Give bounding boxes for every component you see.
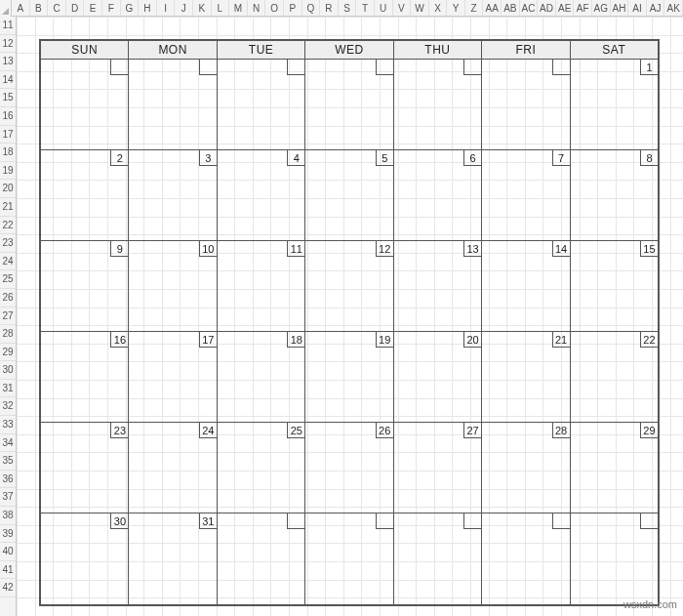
row-header[interactable]: 34: [0, 434, 16, 453]
calendar-day-cell[interactable]: 21: [482, 332, 570, 422]
column-header[interactable]: J: [175, 0, 193, 16]
calendar-day-cell[interactable]: 22: [571, 332, 658, 422]
row-header[interactable]: 28: [0, 325, 16, 344]
select-all-corner[interactable]: [0, 0, 12, 17]
column-header[interactable]: Z: [465, 0, 484, 16]
row-header[interactable]: 40: [0, 543, 16, 561]
row-header[interactable]: 39: [0, 525, 16, 544]
calendar-day-cell[interactable]: [41, 60, 129, 149]
calendar-day-cell[interactable]: 6: [394, 150, 482, 240]
column-header[interactable]: P: [284, 0, 302, 16]
calendar-day-cell[interactable]: 13: [394, 241, 482, 331]
row-header[interactable]: 25: [0, 270, 16, 289]
calendar-day-cell[interactable]: 3: [129, 150, 217, 240]
calendar-day-cell[interactable]: 30: [41, 513, 129, 604]
row-header[interactable]: 19: [0, 162, 16, 181]
row-header[interactable]: 42: [0, 579, 16, 597]
calendar-day-cell[interactable]: [305, 513, 393, 604]
calendar-day-cell[interactable]: 1: [571, 60, 658, 149]
calendar-day-cell[interactable]: 19: [305, 332, 393, 422]
calendar-day-cell[interactable]: [482, 513, 570, 604]
calendar-day-cell[interactable]: [218, 513, 305, 604]
column-header[interactable]: B: [30, 0, 49, 16]
column-header[interactable]: U: [375, 0, 393, 16]
row-header[interactable]: 30: [0, 361, 16, 380]
row-header[interactable]: 41: [0, 561, 16, 580]
column-header[interactable]: G: [121, 0, 140, 16]
calendar-day-cell[interactable]: 5: [305, 150, 393, 240]
row-header[interactable]: 38: [0, 507, 16, 525]
calendar-day-cell[interactable]: [218, 60, 305, 149]
column-header[interactable]: D: [66, 0, 85, 16]
row-header[interactable]: 31: [0, 380, 16, 398]
calendar-day-cell[interactable]: [305, 60, 393, 149]
column-header[interactable]: S: [339, 0, 357, 16]
calendar-day-cell[interactable]: 25: [218, 423, 305, 513]
column-header[interactable]: I: [157, 0, 176, 16]
row-header[interactable]: 27: [0, 308, 16, 326]
column-header[interactable]: AE: [556, 0, 575, 16]
calendar-day-cell[interactable]: 20: [394, 332, 482, 422]
row-header[interactable]: 13: [0, 53, 16, 71]
row-header[interactable]: 23: [0, 234, 16, 253]
row-header[interactable]: 12: [0, 35, 16, 54]
calendar-day-cell[interactable]: 24: [129, 423, 217, 513]
column-header[interactable]: V: [393, 0, 412, 16]
calendar-day-cell[interactable]: [129, 60, 217, 149]
spreadsheet-grid[interactable]: ABCDEFGHIJKLMNOPQRSTUVWXYZAAABACADAEAFAG…: [0, 0, 683, 616]
calendar-day-cell[interactable]: 10: [129, 241, 217, 331]
row-header[interactable]: 26: [0, 289, 16, 308]
calendar-day-cell[interactable]: 15: [571, 241, 658, 331]
row-header[interactable]: 24: [0, 253, 16, 271]
row-header[interactable]: 32: [0, 397, 16, 416]
calendar-day-cell[interactable]: 23: [41, 423, 129, 513]
row-header[interactable]: 36: [0, 471, 16, 489]
calendar-day-cell[interactable]: 4: [218, 150, 305, 240]
calendar-day-cell[interactable]: 12: [305, 241, 393, 331]
row-header[interactable]: 33: [0, 416, 16, 434]
row-header[interactable]: 14: [0, 71, 16, 90]
calendar-day-cell[interactable]: [482, 60, 570, 149]
column-header[interactable]: AK: [664, 0, 683, 16]
column-header[interactable]: M: [229, 0, 248, 16]
column-header[interactable]: A: [12, 0, 30, 16]
calendar-day-cell[interactable]: 7: [482, 150, 570, 240]
column-header[interactable]: L: [212, 0, 230, 16]
calendar-day-cell[interactable]: 14: [482, 241, 570, 331]
row-header[interactable]: 35: [0, 452, 16, 471]
column-header[interactable]: T: [356, 0, 375, 16]
row-header[interactable]: 20: [0, 180, 16, 198]
column-header[interactable]: AG: [592, 0, 611, 16]
calendar-day-cell[interactable]: 26: [305, 423, 393, 513]
row-header[interactable]: 17: [0, 126, 16, 144]
row-header[interactable]: 29: [0, 344, 16, 362]
column-header[interactable]: AD: [538, 0, 556, 16]
column-header[interactable]: Y: [447, 0, 465, 16]
calendar-day-cell[interactable]: 18: [218, 332, 305, 422]
calendar-day-cell[interactable]: 9: [41, 241, 129, 331]
calendar-day-cell[interactable]: [394, 60, 482, 149]
row-header[interactable]: 21: [0, 198, 16, 217]
column-header[interactable]: AC: [520, 0, 539, 16]
column-header[interactable]: AI: [628, 0, 647, 16]
row-header[interactable]: 37: [0, 488, 16, 507]
row-header[interactable]: 22: [0, 217, 16, 235]
column-header[interactable]: H: [139, 0, 157, 16]
column-header[interactable]: E: [84, 0, 102, 16]
calendar-day-cell[interactable]: [394, 513, 482, 604]
calendar-day-cell[interactable]: 27: [394, 423, 482, 513]
column-header[interactable]: O: [265, 0, 284, 16]
column-header[interactable]: R: [320, 0, 339, 16]
column-header[interactable]: K: [193, 0, 212, 16]
column-header[interactable]: C: [48, 0, 66, 16]
column-header[interactable]: AA: [483, 0, 502, 16]
calendar-day-cell[interactable]: 17: [129, 332, 217, 422]
calendar-day-cell[interactable]: 11: [218, 241, 305, 331]
calendar-day-cell[interactable]: 16: [41, 332, 129, 422]
row-header[interactable]: 11: [0, 17, 16, 35]
column-header[interactable]: W: [411, 0, 429, 16]
column-header[interactable]: AB: [502, 0, 520, 16]
row-header[interactable]: 16: [0, 107, 16, 126]
column-header[interactable]: Q: [302, 0, 321, 16]
column-header[interactable]: AF: [574, 0, 592, 16]
